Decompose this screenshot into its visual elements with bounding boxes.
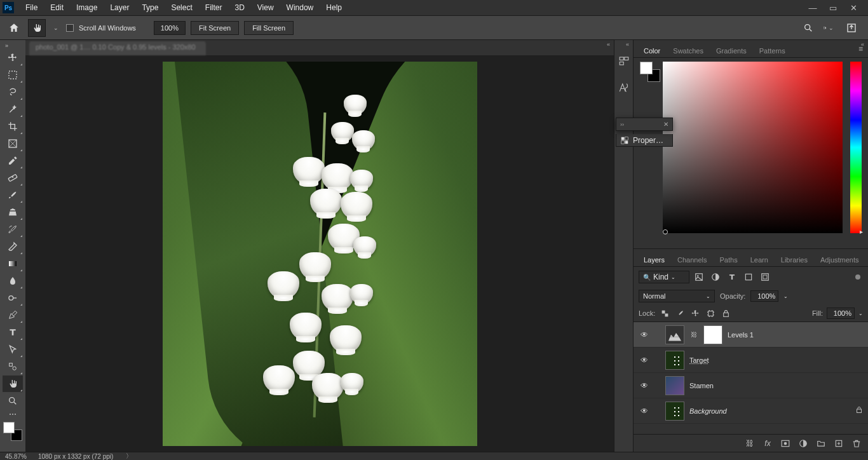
healing-brush-tool[interactable]: [3, 170, 23, 186]
menu-file[interactable]: File: [19, 1, 44, 15]
properties-close-icon[interactable]: ✕: [663, 121, 668, 128]
eyedropper-tool[interactable]: [3, 152, 23, 169]
status-zoom[interactable]: 45.87%: [5, 453, 27, 460]
lock-position-icon[interactable]: [689, 308, 701, 319]
canvas-collapse[interactable]: «: [607, 41, 610, 48]
document-tab[interactable]: photo_001 @ 1… 0.10 Copy & 0.95 levels -…: [29, 41, 206, 55]
layer-item-target[interactable]: 👁 Target: [634, 348, 868, 373]
tab-color[interactable]: Color: [637, 43, 667, 57]
status-dimensions[interactable]: 1080 px x 1332 px (72 ppi): [38, 453, 113, 460]
canvas-viewport[interactable]: [25, 55, 614, 452]
tab-patterns[interactable]: Patterns: [753, 43, 792, 57]
scroll-all-checkbox[interactable]: [66, 24, 74, 32]
layer-name[interactable]: Background: [689, 407, 727, 415]
history-brush-tool[interactable]: [3, 221, 23, 238]
menu-window[interactable]: Window: [280, 1, 320, 15]
layer-name[interactable]: Levels 1: [728, 331, 754, 339]
hand-tool[interactable]: [3, 375, 23, 392]
fit-screen-button[interactable]: Fit Screen: [191, 21, 239, 35]
layer-thumbnail[interactable]: [665, 351, 684, 370]
fill-screen-button[interactable]: Fill Screen: [244, 21, 294, 35]
lock-pixels-icon[interactable]: [674, 308, 686, 319]
properties-panel-tab[interactable]: ›› ✕: [616, 118, 673, 131]
filter-adjustment-icon[interactable]: [710, 271, 721, 283]
layer-item-levels[interactable]: 👁 ⛓ Levels 1: [634, 322, 868, 348]
zoom-tool[interactable]: [3, 393, 23, 409]
move-tool[interactable]: [3, 50, 23, 66]
crop-tool[interactable]: [3, 118, 23, 135]
link-layers-button[interactable]: ⛓: [745, 439, 755, 448]
opacity-input[interactable]: 100%: [750, 290, 778, 302]
character-panel-icon[interactable]: [617, 81, 631, 95]
hand-tool-preset[interactable]: [28, 19, 46, 37]
lock-artboard-icon[interactable]: [705, 308, 716, 319]
close-button[interactable]: ✕: [849, 3, 858, 12]
add-mask-button[interactable]: [780, 439, 790, 448]
blend-mode-select[interactable]: Normal⌄: [639, 290, 715, 302]
layer-mask-thumbnail[interactable]: [703, 325, 722, 344]
lock-transparency-icon[interactable]: [659, 308, 670, 319]
layer-style-button[interactable]: fx: [763, 439, 773, 448]
menu-3d[interactable]: 3D: [228, 1, 250, 15]
tab-layers[interactable]: Layers: [637, 252, 671, 266]
fill-input[interactable]: 100%: [827, 308, 855, 319]
filter-pixel-icon[interactable]: [693, 271, 705, 283]
link-icon[interactable]: ⛓: [689, 331, 698, 338]
dock-collapse[interactable]: «: [626, 41, 629, 48]
layer-thumbnail[interactable]: [665, 325, 684, 344]
color-foreground[interactable]: [640, 62, 653, 74]
layer-name[interactable]: Target: [689, 356, 709, 364]
magic-wand-tool[interactable]: [3, 101, 23, 118]
menu-image[interactable]: Image: [70, 1, 104, 15]
menu-layer[interactable]: Layer: [104, 1, 135, 15]
foreground-background-colors[interactable]: [3, 422, 22, 441]
search-button[interactable]: [802, 22, 815, 34]
menu-select[interactable]: Select: [165, 1, 198, 15]
shape-tool[interactable]: [3, 358, 23, 375]
lock-icon[interactable]: [855, 406, 863, 416]
layer-thumbnail[interactable]: [665, 376, 684, 395]
tab-paths[interactable]: Paths: [714, 252, 744, 266]
type-tool[interactable]: [3, 324, 23, 341]
fill-dropdown[interactable]: ⌄: [858, 311, 863, 316]
delete-layer-button[interactable]: [851, 439, 862, 448]
layer-name[interactable]: Stamen: [689, 382, 714, 389]
color-picker-field[interactable]: [663, 62, 843, 233]
tab-adjustments[interactable]: Adjustments: [814, 252, 865, 266]
properties-panel-body[interactable]: Proper…: [616, 134, 673, 147]
home-button[interactable]: [5, 19, 23, 37]
toolbar-collapse[interactable]: »: [3, 43, 11, 49]
zoom-100-button[interactable]: 100%: [154, 21, 186, 35]
blur-tool[interactable]: [3, 273, 23, 289]
layers-panel-menu[interactable]: ≡: [865, 250, 868, 266]
hue-slider[interactable]: [850, 62, 862, 233]
history-panel-icon[interactable]: [617, 54, 631, 68]
visibility-toggle[interactable]: 👁: [639, 330, 650, 339]
layer-item-stamen[interactable]: 👁 Stamen: [634, 373, 868, 398]
menu-view[interactable]: View: [251, 1, 280, 15]
path-selection-tool[interactable]: [3, 341, 23, 358]
properties-collapse-icon[interactable]: ››: [620, 121, 624, 128]
workspace-switcher[interactable]: ⌄: [824, 22, 836, 34]
filter-type-icon[interactable]: [726, 271, 738, 283]
filter-toggle[interactable]: [855, 274, 860, 280]
menu-edit[interactable]: Edit: [44, 1, 70, 15]
new-layer-button[interactable]: [834, 439, 844, 448]
dodge-tool[interactable]: [3, 290, 23, 306]
edit-toolbar[interactable]: ⋯: [3, 410, 23, 419]
opacity-dropdown[interactable]: ⌄: [783, 294, 788, 299]
lock-all-icon[interactable]: [720, 308, 731, 319]
tab-swatches[interactable]: Swatches: [667, 43, 710, 57]
new-adjustment-button[interactable]: [798, 439, 808, 448]
menu-help[interactable]: Help: [320, 1, 348, 15]
panels-collapse[interactable]: «: [861, 41, 864, 48]
filter-shape-icon[interactable]: [743, 271, 754, 283]
menu-filter[interactable]: Filter: [199, 1, 229, 15]
pen-tool[interactable]: [3, 307, 23, 323]
layer-filter-kind[interactable]: 🔍 Kind ⌄: [639, 271, 689, 283]
share-button[interactable]: [845, 22, 858, 34]
tab-libraries[interactable]: Libraries: [775, 252, 814, 266]
foreground-color[interactable]: [3, 422, 15, 433]
gradient-tool[interactable]: [3, 255, 23, 272]
eraser-tool[interactable]: [3, 238, 23, 255]
